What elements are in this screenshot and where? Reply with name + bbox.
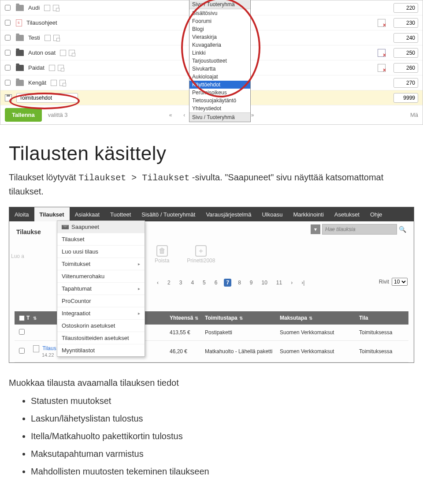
page-num[interactable]: 8: [236, 279, 243, 287]
grid-icon: [58, 65, 64, 71]
page-num[interactable]: 11: [274, 279, 284, 287]
page-num[interactable]: 4: [189, 279, 196, 287]
page-last[interactable]: ›|: [299, 279, 307, 287]
tab-asiakkaat[interactable]: Asiakkaat: [70, 207, 105, 221]
dropdown-item[interactable]: Sisältösivu: [189, 9, 250, 17]
tab-tuotteet[interactable]: Tuotteet: [105, 207, 136, 221]
dropdown-item[interactable]: Vieraskirja: [189, 33, 250, 41]
add-button[interactable]: ＋Prinetti2008: [187, 245, 215, 264]
page-next[interactable]: ›: [289, 279, 295, 287]
row-label[interactable]: Kengät: [28, 79, 46, 86]
blocked-icon: [378, 64, 386, 72]
submenu-item[interactable]: Tilaukset: [57, 233, 145, 245]
delete-button[interactable]: 🗑Poista: [155, 245, 169, 264]
tab-tilaukset[interactable]: Tilaukset: [34, 207, 70, 221]
order-input[interactable]: [393, 63, 418, 73]
tab-ohje[interactable]: Ohje: [365, 207, 387, 221]
submenu-item[interactable]: Luo uusi tilaus: [57, 245, 145, 258]
tab-aloita[interactable]: Aloita: [9, 207, 34, 221]
order-input[interactable]: [393, 3, 418, 13]
layout-icon: [378, 49, 386, 57]
col-ship[interactable]: Toimitustapa: [205, 315, 275, 321]
dropdown-item[interactable]: Perumisoikeus: [189, 89, 250, 97]
tab-varaus[interactable]: Varausjärjestelmä: [200, 207, 256, 221]
name-input[interactable]: [16, 93, 78, 103]
rows-select[interactable]: 10: [392, 278, 408, 286]
col-pay[interactable]: Maksutapa: [280, 315, 355, 321]
document-icon: [33, 345, 39, 352]
favorite-toggle[interactable]: ▾: [311, 224, 320, 234]
row-label[interactable]: Auton osat: [28, 49, 56, 56]
row-label[interactable]: Tilausohjeet: [26, 19, 57, 26]
page-num[interactable]: 10: [260, 279, 270, 287]
cube-icon: [51, 80, 57, 86]
page-num[interactable]: 6: [212, 279, 220, 287]
submenu-item[interactable]: ProCountor: [57, 295, 145, 307]
rows-label: Rivit: [379, 279, 389, 285]
submenu-item[interactable]: Ostoskorin asetukset: [57, 319, 145, 332]
tab-ulkoasu[interactable]: Ulkoasu: [256, 207, 288, 221]
order-input[interactable]: [393, 33, 418, 43]
row-label[interactable]: Paidat: [28, 64, 45, 71]
row-checkbox[interactable]: [5, 35, 11, 41]
dropdown-item-selected[interactable]: Käyttöehdot: [189, 81, 250, 89]
pager-prev[interactable]: ‹: [181, 111, 188, 119]
page-num[interactable]: 3: [177, 279, 185, 287]
intro-paragraph-2: Muokkaa tilausta avaamalla tilauksen tie…: [9, 376, 414, 389]
row-checkbox[interactable]: [5, 80, 11, 86]
dropdown-item[interactable]: Tarjoustuotteet: [189, 57, 250, 65]
dropdown-item[interactable]: Kuvagalleria: [189, 41, 250, 49]
submenu-head[interactable]: Saapuneet: [57, 221, 145, 233]
save-button[interactable]: Tallenna: [5, 108, 42, 122]
col-total[interactable]: Yhteensä: [170, 315, 200, 321]
row-label[interactable]: Audi: [28, 4, 40, 11]
save-icon[interactable]: [5, 94, 12, 101]
select-all[interactable]: [19, 315, 25, 321]
submenu-item[interactable]: Integraatiot: [57, 307, 145, 319]
grid-icon: [69, 50, 75, 56]
dropdown-item[interactable]: Aukioloajat: [189, 73, 250, 81]
shipping-method: Matkahuolto - Lähellä paketti: [205, 348, 275, 355]
blocked-icon: [378, 19, 386, 27]
page-num[interactable]: 2: [165, 279, 173, 287]
dropdown-item[interactable]: Sivukartta: [189, 65, 250, 73]
grid-icon: [53, 5, 59, 11]
row-checkbox[interactable]: [19, 329, 25, 335]
row-checkbox[interactable]: [19, 348, 25, 354]
submenu-item[interactable]: Myyntitilastot: [57, 344, 145, 356]
row-checkbox[interactable]: [5, 5, 11, 11]
tab-sisalto[interactable]: Sisältö / Tuoteryhmät: [136, 207, 200, 221]
row-label[interactable]: Testi: [28, 34, 40, 41]
page-num[interactable]: 5: [200, 279, 208, 287]
tab-markkinointi[interactable]: Markkinointi: [288, 207, 329, 221]
submenu-item[interactable]: Tapahtumat: [57, 282, 145, 295]
row-checkbox[interactable]: [5, 50, 11, 56]
dropdown-item[interactable]: Linkki: [189, 49, 250, 57]
page-num[interactable]: 9: [248, 279, 255, 287]
submenu-item[interactable]: Viitenumerohaku: [57, 270, 145, 282]
type-dropdown[interactable]: Sivu / Tuoteryhmä Sisältösivu Foorumi Bl…: [189, 0, 251, 122]
order-input[interactable]: [393, 48, 418, 58]
order-input[interactable]: [393, 93, 418, 103]
tab-asetukset[interactable]: Asetukset: [329, 207, 365, 221]
search-icon[interactable]: 🔍: [397, 224, 408, 235]
dropdown-item[interactable]: Tietosuojakäytäntö: [189, 97, 250, 105]
grid-icon: [59, 80, 66, 86]
dropdown-item[interactable]: Blogi: [189, 25, 250, 33]
order-input[interactable]: [393, 78, 418, 88]
page-prev[interactable]: ‹: [155, 279, 161, 287]
search-input[interactable]: [322, 224, 397, 235]
order-total: 46,20 €: [170, 348, 200, 355]
order-status: Toimituksessa: [359, 329, 394, 336]
dropdown-item[interactable]: Foorumi: [189, 17, 250, 25]
row-checkbox[interactable]: [5, 65, 11, 71]
create-button-ghost[interactable]: Luo a: [11, 253, 24, 259]
submenu-item[interactable]: Tilaustositteiden asetukset: [57, 332, 145, 344]
row-checkbox[interactable]: [5, 20, 11, 26]
submenu-item[interactable]: Toimitukset: [57, 258, 145, 270]
order-input[interactable]: [393, 18, 418, 28]
dropdown-footer: Sivu / Tuoteryhmä: [189, 112, 250, 122]
pager-first[interactable]: «: [167, 111, 175, 119]
page-num-active[interactable]: 7: [224, 279, 231, 287]
dropdown-item[interactable]: Yhteystiedot: [189, 105, 250, 112]
